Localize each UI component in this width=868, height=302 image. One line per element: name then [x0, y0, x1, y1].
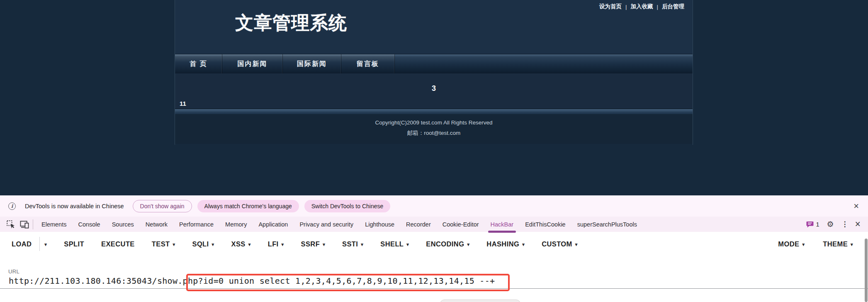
- caret-down-icon: ▾: [173, 241, 175, 247]
- infobar-close-icon[interactable]: ×: [853, 202, 859, 211]
- caret-down-icon: ▾: [851, 241, 853, 247]
- link-add-favorite[interactable]: 加入收藏: [630, 3, 653, 10]
- caret-down-icon: ▾: [248, 241, 251, 247]
- caret-down-icon: ▾: [522, 241, 525, 247]
- lfi-menu-button[interactable]: LFI▾: [268, 240, 284, 248]
- caret-down-icon: ▾: [323, 241, 325, 247]
- match-chrome-language-button[interactable]: Always match Chrome's language: [197, 200, 299, 212]
- nav-item-domestic-news[interactable]: 国内新闻: [222, 54, 283, 73]
- info-icon: i: [8, 202, 16, 210]
- site-footer: Copyright(C)2009 test.com All Rights Res…: [175, 114, 693, 144]
- custom-menu-button[interactable]: CUSTOM▾: [542, 240, 578, 248]
- tab-cookie-editor[interactable]: Cookie-Editor: [443, 221, 479, 228]
- page-content: 3 11: [175, 73, 693, 109]
- devtools-tabbar: Elements Console Sources Network Perform…: [0, 217, 868, 232]
- tabbar-right-icons: 1 ⚙ ⋮ ×: [806, 219, 868, 229]
- link-admin-backend[interactable]: 后台管理: [662, 3, 684, 10]
- footer-divider-bar: [175, 109, 693, 114]
- tab-privacy-security[interactable]: Privacy and security: [299, 221, 353, 228]
- link-separator: |: [656, 4, 658, 10]
- injection-output-11: 11: [180, 100, 186, 107]
- encoding-menu-button[interactable]: ENCODING▾: [426, 240, 469, 248]
- nav-item-message-board[interactable]: 留言板: [341, 54, 395, 73]
- injection-output-3: 3: [175, 84, 693, 93]
- tab-recorder[interactable]: Recorder: [406, 221, 431, 228]
- header-links: 设为首页 | 加入收藏 | 后台管理: [599, 3, 684, 10]
- site-header: 设为首页 | 加入收藏 | 后台管理 文章管理系统: [175, 0, 693, 54]
- execute-button[interactable]: EXECUTE: [101, 240, 135, 248]
- load-caret-icon[interactable]: ▾: [44, 241, 47, 247]
- sqli-menu-button[interactable]: SQLI▾: [192, 240, 214, 248]
- settings-gear-icon[interactable]: ⚙: [827, 220, 834, 228]
- caret-down-icon: ▾: [361, 241, 363, 247]
- split-button[interactable]: SPLIT: [64, 240, 84, 248]
- devtools-close-icon[interactable]: ×: [855, 219, 861, 229]
- tab-editthiscookie[interactable]: EditThisCookie: [525, 221, 566, 228]
- screenshot-root: 设为首页 | 加入收藏 | 后台管理 文章管理系统 首 页 国内新闻 国际新闻 …: [0, 0, 868, 302]
- load-split-button[interactable]: LOAD ▾: [12, 237, 47, 251]
- dont-show-again-button[interactable]: Don't show again: [133, 200, 192, 212]
- infobar-message: DevTools is now available in Chinese: [25, 203, 124, 209]
- devtools-infobar: i DevTools is now available in Chinese D…: [0, 195, 868, 217]
- site-container: 设为首页 | 加入收藏 | 后台管理 文章管理系统 首 页 国内新闻 国际新闻 …: [175, 0, 693, 145]
- link-separator: |: [625, 4, 627, 10]
- payload-highlight-box: [186, 274, 510, 291]
- load-button-divider: [39, 237, 40, 251]
- tab-hackbar[interactable]: HackBar: [491, 221, 514, 228]
- issues-badge[interactable]: 1: [806, 221, 819, 228]
- devtools-panel: i DevTools is now available in Chinese D…: [0, 195, 868, 302]
- tab-sources[interactable]: Sources: [112, 221, 134, 228]
- inspect-element-icon[interactable]: [5, 219, 15, 229]
- url-panel: URL http://211.103.180.146:35043/show.ph…: [0, 256, 868, 302]
- tab-elements[interactable]: Elements: [41, 221, 66, 228]
- test-menu-button[interactable]: TEST▾: [152, 240, 175, 248]
- caret-down-icon: ▾: [282, 241, 284, 247]
- caret-down-icon: ▾: [406, 241, 409, 247]
- mode-menu-button[interactable]: MODE▾: [778, 240, 805, 248]
- load-button-label[interactable]: LOAD: [12, 240, 32, 248]
- ssrf-menu-button[interactable]: SSRF▾: [301, 240, 326, 248]
- xss-menu-button[interactable]: XSS▾: [231, 240, 251, 248]
- caret-down-icon: ▾: [467, 241, 469, 247]
- link-set-homepage[interactable]: 设为首页: [599, 3, 622, 10]
- caret-down-icon: ▾: [212, 241, 214, 247]
- site-logo: 文章管理系统: [235, 11, 347, 35]
- tab-supersearchplustools[interactable]: superSearchPlusTools: [577, 221, 637, 228]
- nav-filler: [395, 54, 693, 73]
- nav-item-international-news[interactable]: 国际新闻: [283, 54, 341, 73]
- hackbar-toolbar: LOAD ▾ SPLIT EXECUTE TEST▾ SQLI▾ XSS▾ LF…: [0, 232, 868, 256]
- device-toolbar-icon[interactable]: [19, 219, 29, 229]
- caret-down-icon: ▾: [802, 241, 805, 247]
- nav-item-home[interactable]: 首 页: [175, 54, 222, 73]
- scrollbar-thumb[interactable]: [865, 239, 868, 302]
- url-field-label: URL: [8, 268, 19, 275]
- webpage-viewport: 设为首页 | 加入收藏 | 后台管理 文章管理系统 首 页 国内新闻 国际新闻 …: [0, 0, 868, 195]
- tab-application[interactable]: Application: [258, 221, 288, 228]
- issues-bubble-icon: [806, 221, 814, 228]
- switch-devtools-chinese-button[interactable]: Switch DevTools to Chinese: [304, 200, 391, 212]
- main-nav: 首 页 国内新闻 国际新闻 留言板: [175, 54, 693, 73]
- hashing-menu-button[interactable]: HASHING▾: [486, 240, 525, 248]
- tab-memory[interactable]: Memory: [225, 221, 247, 228]
- tab-lighthouse[interactable]: Lighthouse: [365, 221, 394, 228]
- more-options-icon[interactable]: ⋮: [841, 221, 849, 228]
- caret-down-icon: ▾: [575, 241, 578, 247]
- partially-visible-button[interactable]: [440, 300, 521, 302]
- copyright-text: Copyright(C)2009 test.com All Rights Res…: [175, 114, 693, 126]
- email-text: 邮箱：root@test.com: [175, 129, 693, 137]
- ssti-menu-button[interactable]: SSTI▾: [342, 240, 363, 248]
- theme-menu-button[interactable]: THEME▾: [823, 240, 853, 248]
- tabbar-divider: [33, 219, 33, 229]
- issues-count: 1: [816, 221, 819, 228]
- tab-network[interactable]: Network: [146, 221, 168, 228]
- tab-console[interactable]: Console: [78, 221, 100, 228]
- tab-performance[interactable]: Performance: [179, 221, 214, 228]
- shell-menu-button[interactable]: SHELL▾: [380, 240, 409, 248]
